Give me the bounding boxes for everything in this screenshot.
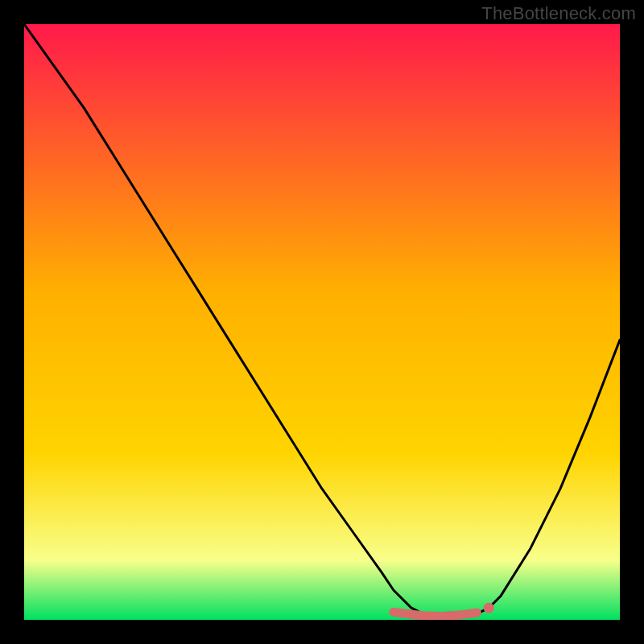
watermark-text: TheBottleneck.com <box>481 3 636 24</box>
chart-svg <box>24 24 620 620</box>
gradient-background <box>24 24 620 620</box>
chart-frame: TheBottleneck.com <box>0 0 644 644</box>
end-marker-dot <box>484 603 494 613</box>
plot-area <box>24 24 620 620</box>
flat-region-highlight <box>394 612 477 616</box>
